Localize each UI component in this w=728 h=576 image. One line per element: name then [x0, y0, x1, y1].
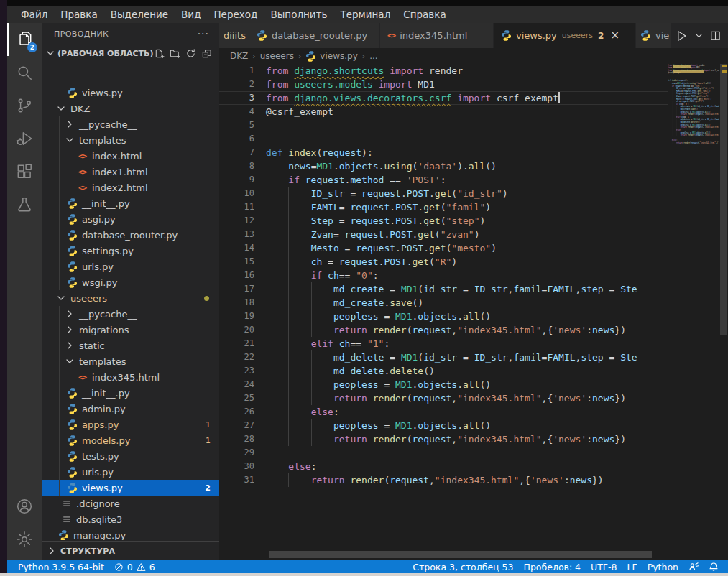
outline-section-header[interactable]: СТРУКТУРА — [42, 541, 219, 560]
activity-item-settings[interactable] — [7, 523, 42, 556]
breadcrumb-item[interactable]: views.py — [305, 51, 357, 62]
tree-item-index345-html[interactable]: <>index345.html — [42, 369, 219, 385]
menu-item-go[interactable]: Переход — [207, 6, 264, 23]
code-line[interactable]: 14 Mesto = request.POST.get("mesto") — [219, 241, 668, 255]
tree-item-us-init-py[interactable]: __init__.py — [42, 385, 219, 401]
line-number[interactable]: 29 — [219, 446, 266, 460]
status-cursor-position[interactable]: Строка 3, столбец 53 — [407, 560, 518, 573]
line-number[interactable]: 24 — [219, 378, 266, 391]
tree-item-dkz-init-py[interactable]: __init__.py — [42, 195, 219, 211]
tree-item-index1-html[interactable]: <>index1.html — [42, 164, 219, 180]
line-number[interactable]: 22 — [219, 350, 266, 364]
line-number[interactable]: 28 — [219, 432, 266, 446]
tree-item-admin-py[interactable]: admin.py — [42, 401, 219, 417]
code-line[interactable]: 13 Zvan= request.POST.get("zvan") — [219, 228, 668, 241]
code-line[interactable]: 27 peopless = MD1.objects.all() — [219, 419, 668, 432]
line-number[interactable]: 31 — [219, 473, 266, 487]
line-number[interactable]: 30 — [219, 460, 266, 473]
tab-vie[interactable]: vie — [636, 23, 672, 48]
tree-item-us-pycache[interactable]: __pycache__ — [42, 306, 219, 322]
line-number[interactable]: 13 — [219, 228, 266, 241]
activity-item-testing[interactable] — [7, 188, 42, 221]
refresh-icon[interactable] — [185, 48, 196, 59]
tree-item-dkz[interactable]: DKZ — [42, 101, 219, 116]
code-line[interactable]: 6 — [219, 132, 668, 146]
line-number[interactable]: 12 — [219, 214, 266, 228]
line-number[interactable]: 16 — [219, 269, 266, 282]
breadcrumb-item[interactable]: useeers — [260, 51, 294, 61]
tree-item-models-py[interactable]: models.py1 — [42, 432, 219, 448]
new-file-icon[interactable] — [154, 48, 165, 59]
tree-item-index-html[interactable]: <>index.html — [42, 148, 219, 164]
tab-views[interactable]: views.pyuseeers2× — [494, 23, 636, 48]
code-line[interactable]: 22 md_delete = MD1(id_str = ID_str,famil… — [219, 350, 668, 364]
code-line[interactable]: 24 peopless = MD1.objects.all() — [219, 378, 668, 391]
code-line[interactable]: 4@csrf_exempt — [219, 105, 668, 119]
tree-item-views-py-root[interactable]: views.py — [42, 85, 219, 101]
activity-item-search[interactable] — [7, 56, 42, 89]
code-line[interactable]: 10 ID_str = request.POST.get("id_str") — [219, 187, 668, 200]
line-number[interactable]: 5 — [219, 119, 266, 132]
tree-item-tests-py[interactable]: tests.py — [42, 448, 219, 464]
code-line[interactable]: 8 news=MD1.objects.using('daata').all() — [219, 159, 668, 173]
tree-item-dkz-pycache[interactable]: __pycache__ — [42, 116, 219, 132]
python-version-indicator[interactable]: Python 3.9.5 64-bit — [13, 560, 109, 573]
tree-item-dkz-templates[interactable]: templates — [42, 132, 219, 148]
workspace-section-header[interactable]: (РАБОЧАЯ ОБЛАСТЬ) ... — [42, 45, 219, 62]
line-number[interactable]: 23 — [219, 364, 266, 378]
code-line[interactable]: 21 elif ch== "1": — [219, 337, 668, 350]
explorer-more-actions-icon[interactable]: ··· — [198, 28, 209, 40]
code-line[interactable]: 11 FAMIL= request.POST.get("famil") — [219, 200, 668, 214]
line-number[interactable]: 20 — [219, 323, 266, 337]
tree-item-static[interactable]: static — [42, 338, 219, 353]
tree-item-us-urls-py[interactable]: urls.py — [42, 464, 219, 480]
status-eol[interactable]: LF — [622, 560, 642, 573]
code-line[interactable]: 9 if request.method == 'POST': — [219, 173, 668, 187]
line-number[interactable]: 18 — [219, 296, 266, 310]
line-number[interactable]: 9 — [219, 173, 266, 187]
minimap[interactable]: from django.shortcuts import renderfrom … — [668, 64, 719, 509]
code-line[interactable]: 16 if ch== "0": — [219, 269, 668, 282]
code-editor[interactable]: 1from django.shortcuts import render2fro… — [219, 64, 728, 560]
code-line[interactable]: 20 return render(request,"index345.html"… — [219, 323, 668, 337]
tab-database-roouter[interactable]: database_roouter.py — [249, 23, 380, 48]
code-line[interactable]: 7def index(request): — [219, 146, 668, 159]
tab-diiits[interactable]: diiits2 — [219, 23, 249, 48]
tree-item-apps-py[interactable]: apps.py1 — [42, 417, 219, 432]
line-number[interactable]: 10 — [219, 187, 266, 200]
tree-item-asgi-py[interactable]: asgi.py — [42, 211, 219, 227]
tree-item-settings-py[interactable]: settings.py — [42, 243, 219, 259]
line-number[interactable]: 2 — [219, 78, 266, 91]
line-number[interactable]: 14 — [219, 241, 266, 255]
code-line[interactable]: 2from useeers.models import MD1 — [219, 78, 668, 91]
line-number[interactable]: 15 — [219, 255, 266, 269]
line-number[interactable]: 17 — [219, 282, 266, 296]
code-line[interactable]: 30 else: — [219, 460, 668, 473]
tree-item-migrations[interactable]: migrations — [42, 322, 219, 338]
feedback-icon[interactable] — [683, 560, 704, 573]
code-line[interactable]: 28 return render(request,"index345.html"… — [219, 432, 668, 446]
breadcrumb-item[interactable]: DKZ — [230, 51, 248, 61]
line-number[interactable]: 3 — [219, 91, 266, 105]
vertical-scrollbar[interactable] — [719, 64, 728, 560]
breadcrumb-item[interactable]: ... — [369, 51, 377, 61]
status-language-mode[interactable]: Python — [642, 560, 683, 573]
line-number[interactable]: 8 — [219, 159, 266, 173]
more-actions-icon[interactable]: ··· — [725, 29, 728, 42]
menu-item-edit[interactable]: Правка — [54, 6, 103, 23]
menu-item-view[interactable]: Вид — [175, 6, 207, 23]
status-indentation[interactable]: Пробелов: 4 — [519, 560, 586, 573]
tree-item-wsgi-py[interactable]: wsgi.py — [42, 274, 219, 290]
menu-item-help[interactable]: Справка — [397, 6, 452, 23]
problems-indicator[interactable]: 06 — [109, 560, 160, 573]
code-line[interactable]: 18 md_create.save() — [219, 296, 668, 310]
menu-item-terminal[interactable]: Терминал — [333, 6, 397, 23]
line-number[interactable]: 21 — [219, 337, 266, 350]
tree-item-index2-html[interactable]: <>index2.html — [42, 180, 219, 195]
bell-icon[interactable] — [704, 560, 724, 573]
line-number[interactable]: 26 — [219, 405, 266, 419]
tree-item-us-templates[interactable]: templates — [42, 353, 219, 369]
menu-item-selection[interactable]: Выделение — [104, 6, 175, 23]
activity-item-explorer[interactable]: 2 — [7, 23, 42, 56]
code-line[interactable]: 23 md_delete.delete() — [219, 364, 668, 378]
